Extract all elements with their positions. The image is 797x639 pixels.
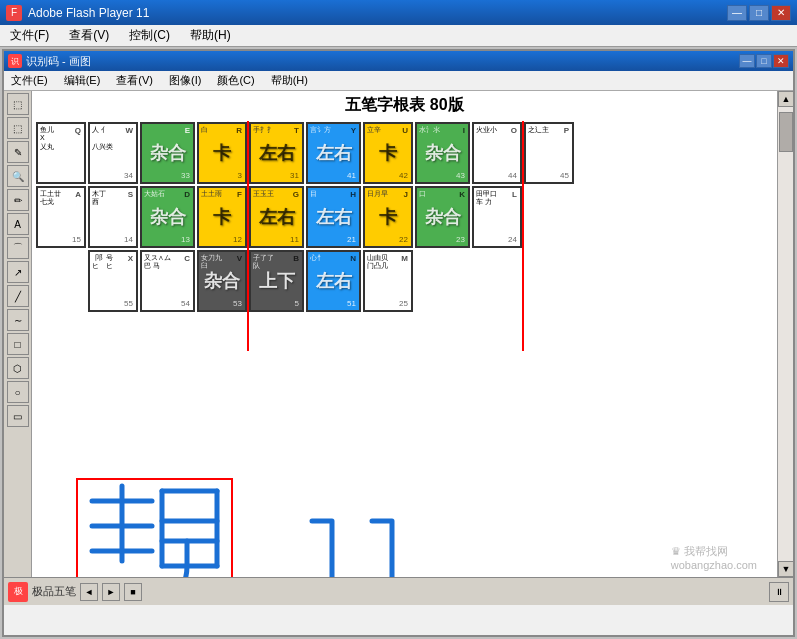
key-V[interactable]: 女刀九臼 杂合 V 53 — [197, 250, 247, 312]
tool-select[interactable]: ⬚ — [7, 93, 29, 115]
inner-app-title: 识别码 - 画图 — [26, 54, 735, 69]
key-P[interactable]: 之辶主 P 45 — [524, 122, 574, 184]
key-I[interactable]: 水氵氺 杂合 I 43 — [415, 122, 470, 184]
tool-curve[interactable]: ∼ — [7, 309, 29, 331]
key-D-letter: D — [184, 190, 190, 199]
scroll-track[interactable] — [778, 107, 793, 561]
app-name-label: 极品五笔 — [32, 584, 76, 599]
tool-airbrush[interactable]: ⌒ — [7, 237, 29, 259]
key-E-label: 杂合 — [150, 144, 186, 162]
canvas-area[interactable]: 五笔字根表 80版 鱼儿X乂丸 Q 人 亻八兴类 W 34 — [32, 91, 793, 577]
key-T[interactable]: 手扌扌 左右 T 31 — [249, 122, 304, 184]
key-U[interactable]: 立辛 卡 U 42 — [363, 122, 413, 184]
tool-text[interactable]: ↗ — [7, 261, 29, 283]
key-W[interactable]: 人 亻八兴类 W 34 — [88, 122, 138, 184]
key-R-num: 3 — [238, 171, 242, 180]
key-H-letter: H — [350, 190, 356, 199]
key-W-num: 34 — [124, 171, 133, 180]
key-F-label: 卡 — [213, 208, 231, 226]
key-A-letter: A — [75, 190, 81, 199]
key-J[interactable]: 日月早 卡 J 22 — [363, 186, 413, 248]
app-logo-icon: 极 — [8, 582, 28, 602]
inner-menu-bar: 文件(E) 编辑(E) 查看(V) 图像(I) 颜色(C) 帮助(H) — [4, 71, 793, 91]
menu-view[interactable]: 查看(V) — [63, 25, 115, 46]
key-U-letter: U — [402, 126, 408, 135]
tool-fill[interactable]: 🔍 — [7, 165, 29, 187]
key-T-label: 左右 — [259, 144, 295, 162]
bottom-next-button[interactable]: ► — [102, 583, 120, 601]
handwriting-svg — [72, 471, 622, 577]
tool-line[interactable]: ╱ — [7, 285, 29, 307]
key-M-letter: M — [401, 254, 408, 263]
bottom-stop-button[interactable]: ■ — [124, 583, 142, 601]
inner-menu-help[interactable]: 帮助(H) — [266, 71, 313, 90]
key-R[interactable]: 白 卡 R 3 — [197, 122, 247, 184]
key-N[interactable]: 心忄 左右 N 51 — [306, 250, 361, 312]
key-H[interactable]: 目 左右 H 21 — [306, 186, 361, 248]
key-Y[interactable]: 言讠方 左右 Y 41 — [306, 122, 361, 184]
bottom-right-area: ⏸ — [769, 582, 789, 602]
key-M[interactable]: 山由贝门凸几 M 25 — [363, 250, 413, 312]
inner-menu-image[interactable]: 图像(I) — [164, 71, 206, 90]
key-X[interactable]: 卩阝号ヒ ヒ X 55 — [88, 250, 138, 312]
tool-rect[interactable]: □ — [7, 333, 29, 355]
key-S-letter: S — [128, 190, 133, 199]
key-D[interactable]: 大姑石 杂合 D 13 — [140, 186, 195, 248]
key-N-letter: N — [350, 254, 356, 263]
key-O[interactable]: 火业小 O 44 — [472, 122, 522, 184]
inner-menu-color[interactable]: 颜色(C) — [212, 71, 259, 90]
inner-menu-view[interactable]: 查看(V) — [111, 71, 158, 90]
inner-minimize-button[interactable]: — — [739, 54, 755, 68]
inner-menu-edit[interactable]: 编辑(E) — [59, 71, 106, 90]
pause-button[interactable]: ⏸ — [769, 582, 789, 602]
minimize-button[interactable]: — — [727, 5, 747, 21]
key-M-chars: 山由贝门凸几 — [367, 254, 388, 271]
menu-help[interactable]: 帮助(H) — [184, 25, 237, 46]
key-E-letter: E — [185, 126, 190, 135]
key-S[interactable]: 木丁西 S 14 — [88, 186, 138, 248]
menu-control[interactable]: 控制(C) — [123, 25, 176, 46]
key-F[interactable]: 土土雨 卡 F 12 — [197, 186, 247, 248]
key-M-num: 25 — [399, 299, 408, 308]
tool-select2[interactable]: ⬚ — [7, 117, 29, 139]
inner-maximize-button[interactable]: □ — [756, 54, 772, 68]
key-B-label: 上下 — [259, 272, 295, 290]
key-Q-chars: 鱼儿X乂丸 — [40, 126, 54, 151]
key-F-num: 12 — [233, 235, 242, 244]
tool-brush[interactable]: A — [7, 213, 29, 235]
key-N-label: 左右 — [316, 272, 352, 290]
key-L[interactable]: 田甲口车 力 L 24 — [472, 186, 522, 248]
tool-rounded-rect[interactable]: ▭ — [7, 405, 29, 427]
key-K[interactable]: 口 杂合 K 23 — [415, 186, 470, 248]
close-button[interactable]: ✕ — [771, 5, 791, 21]
menu-file[interactable]: 文件(F) — [4, 25, 55, 46]
scroll-down-button[interactable]: ▼ — [778, 561, 793, 577]
key-B[interactable]: 子了了队 上下 B 5 — [249, 250, 304, 312]
inner-close-button[interactable]: ✕ — [773, 54, 789, 68]
key-C[interactable]: 又ス∧ム巴 马 C 54 — [140, 250, 195, 312]
chart-container: 五笔字根表 80版 鱼儿X乂丸 Q 人 亻八兴类 W 34 — [32, 91, 777, 577]
key-G[interactable]: 王玉王 左右 G 11 — [249, 186, 304, 248]
key-T-num: 31 — [290, 171, 299, 180]
tool-eraser[interactable]: ✎ — [7, 141, 29, 163]
key-R-letter: R — [236, 126, 242, 135]
key-F-chars: 土土雨 — [201, 190, 222, 198]
scroll-up-button[interactable]: ▲ — [778, 91, 793, 107]
key-G-label: 左右 — [259, 208, 295, 226]
title-bar: F Adobe Flash Player 11 — □ ✕ — [0, 0, 797, 25]
tool-polygon[interactable]: ⬡ — [7, 357, 29, 379]
key-Y-label: 左右 — [316, 144, 352, 162]
tool-pencil[interactable]: ✏ — [7, 189, 29, 211]
key-E[interactable]: 杂合 E 33 — [140, 122, 195, 184]
key-A-num: 15 — [72, 235, 81, 244]
scroll-thumb[interactable] — [779, 112, 793, 152]
bottom-prev-button[interactable]: ◄ — [80, 583, 98, 601]
key-Q[interactable]: 鱼儿X乂丸 Q — [36, 122, 86, 184]
left-toolbar: ⬚ ⬚ ✎ 🔍 ✏ A ⌒ ↗ ╱ ∼ □ ⬡ ○ ▭ — [4, 91, 32, 577]
tool-ellipse[interactable]: ○ — [7, 381, 29, 403]
inner-menu-file[interactable]: 文件(E) — [6, 71, 53, 90]
key-G-chars: 王玉王 — [253, 190, 274, 198]
key-J-label: 卡 — [379, 208, 397, 226]
key-A[interactable]: 工土廿七戈 A 15 — [36, 186, 86, 248]
maximize-button[interactable]: □ — [749, 5, 769, 21]
